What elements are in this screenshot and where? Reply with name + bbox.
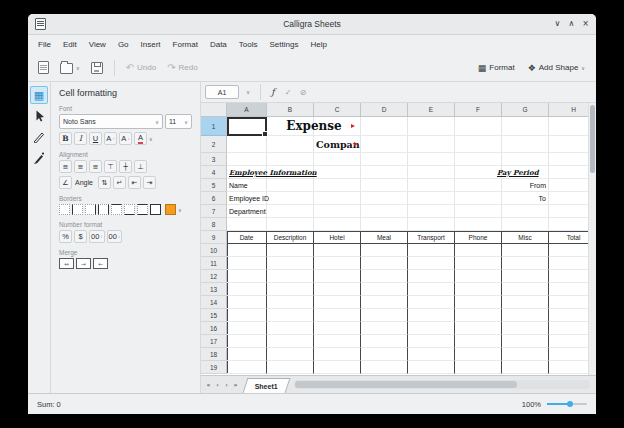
cancel-button[interactable]: ⊘ xyxy=(297,85,309,99)
cell[interactable] xyxy=(314,335,361,348)
cell[interactable]: Transport xyxy=(408,231,455,244)
row-header-15[interactable]: 15 xyxy=(201,309,227,322)
cell[interactable] xyxy=(408,218,455,231)
cell-selection-a1[interactable] xyxy=(227,117,267,136)
align-middle-button[interactable]: ┼ xyxy=(119,160,132,173)
cell[interactable] xyxy=(455,117,502,136)
cell[interactable] xyxy=(361,348,408,361)
cell[interactable] xyxy=(227,270,267,283)
row-header-17[interactable]: 17 xyxy=(201,335,227,348)
border-all-button[interactable] xyxy=(150,204,161,215)
cell[interactable] xyxy=(267,322,314,335)
menu-data[interactable]: Data xyxy=(204,40,233,49)
cell[interactable] xyxy=(455,257,502,270)
border-vertical-button[interactable] xyxy=(98,204,109,215)
cell[interactable] xyxy=(227,257,267,270)
close-button[interactable]: × xyxy=(582,19,589,29)
cell[interactable] xyxy=(361,153,408,166)
cell[interactable] xyxy=(314,257,361,270)
cell[interactable] xyxy=(408,296,455,309)
cell[interactable] xyxy=(361,322,408,335)
cell[interactable] xyxy=(408,153,455,166)
cell[interactable] xyxy=(267,361,314,374)
row-header-11[interactable]: 11 xyxy=(201,257,227,270)
cell[interactable] xyxy=(314,166,361,179)
zoom-slider[interactable] xyxy=(547,400,587,408)
cell[interactable] xyxy=(455,218,502,231)
row-header-3[interactable]: 3 xyxy=(201,153,227,166)
zoom-slider-knob[interactable] xyxy=(567,401,573,407)
row-header-10[interactable]: 10 xyxy=(201,244,227,257)
menu-settings[interactable]: Settings xyxy=(264,40,305,49)
undo-button[interactable]: ↶ Undo xyxy=(123,58,160,78)
cell[interactable] xyxy=(502,270,549,283)
column-header-C[interactable]: C xyxy=(314,103,361,117)
employee-id-cell[interactable]: Employee ID xyxy=(229,192,269,205)
merge-cells-button[interactable]: ↔ xyxy=(59,258,74,269)
cell[interactable] xyxy=(267,296,314,309)
cell[interactable] xyxy=(267,192,314,205)
cell[interactable] xyxy=(455,153,502,166)
row-header-12[interactable]: 12 xyxy=(201,270,227,283)
cell[interactable] xyxy=(455,244,502,257)
cell[interactable] xyxy=(227,296,267,309)
expense-title-cell[interactable]: Expense xyxy=(267,117,361,136)
cell[interactable] xyxy=(227,283,267,296)
last-sheet-button[interactable]: » xyxy=(231,381,240,389)
cell[interactable] xyxy=(455,166,502,179)
cell[interactable] xyxy=(227,153,267,166)
cell[interactable] xyxy=(227,218,267,231)
border-color-swatch[interactable] xyxy=(165,204,176,215)
cell[interactable] xyxy=(408,270,455,283)
horizontal-scrollbar-thumb[interactable] xyxy=(295,381,517,388)
cell[interactable] xyxy=(267,218,314,231)
border-left-button[interactable] xyxy=(72,204,83,215)
cell[interactable] xyxy=(502,361,549,374)
to-cell[interactable]: To xyxy=(502,192,549,205)
cell[interactable] xyxy=(408,179,455,192)
cell-tool-button[interactable]: ▦ xyxy=(30,86,48,104)
cell[interactable] xyxy=(267,270,314,283)
insert-function-button[interactable]: ƒ xyxy=(267,85,279,99)
cell[interactable] xyxy=(455,361,502,374)
merge-horizontal-button[interactable]: → xyxy=(76,258,91,269)
row-header-8[interactable]: 8 xyxy=(201,218,227,231)
cell[interactable] xyxy=(502,283,549,296)
vertical-text-button[interactable]: ⇅ xyxy=(98,176,111,189)
cell-reference-box[interactable]: A1 xyxy=(205,85,239,99)
vertical-scrollbar[interactable] xyxy=(588,103,596,375)
cell[interactable] xyxy=(361,296,408,309)
cell[interactable] xyxy=(502,322,549,335)
cell[interactable] xyxy=(502,335,549,348)
font-size-select[interactable]: 11 ∨ xyxy=(165,114,192,129)
cell[interactable] xyxy=(361,166,408,179)
name-cell[interactable]: Name xyxy=(229,179,248,192)
titlebar[interactable]: Calligra Sheets ∨ ∧ × xyxy=(28,14,596,35)
row-header-14[interactable]: 14 xyxy=(201,296,227,309)
cell[interactable] xyxy=(408,205,455,218)
vertical-scrollbar-thumb[interactable] xyxy=(590,105,595,173)
cell[interactable] xyxy=(267,309,314,322)
cell[interactable]: Hotel xyxy=(314,231,361,244)
cell[interactable] xyxy=(408,136,455,153)
cell[interactable] xyxy=(267,244,314,257)
cell[interactable] xyxy=(408,283,455,296)
cell[interactable] xyxy=(314,192,361,205)
artistic-text-tool-button[interactable] xyxy=(30,128,48,146)
border-none-button[interactable] xyxy=(59,204,70,215)
shade-button[interactable]: ∨ xyxy=(555,19,561,29)
cell[interactable] xyxy=(361,117,408,136)
cell[interactable] xyxy=(361,257,408,270)
row-header-18[interactable]: 18 xyxy=(201,348,227,361)
row-header-13[interactable]: 13 xyxy=(201,283,227,296)
cell[interactable] xyxy=(502,218,549,231)
cell[interactable] xyxy=(267,179,314,192)
pay-period-cell[interactable]: Pay Period xyxy=(497,166,539,179)
sheet-canvas[interactable]: ABCDEFGH 123456789DateDescriptionHotelMe… xyxy=(201,103,596,375)
row-header-1[interactable]: 1 xyxy=(201,117,227,136)
cell[interactable] xyxy=(314,309,361,322)
cell[interactable] xyxy=(455,136,502,153)
menu-file[interactable]: File xyxy=(32,40,57,49)
wrap-text-button[interactable]: ↵ xyxy=(113,176,126,189)
row-header-6[interactable]: 6 xyxy=(201,192,227,205)
